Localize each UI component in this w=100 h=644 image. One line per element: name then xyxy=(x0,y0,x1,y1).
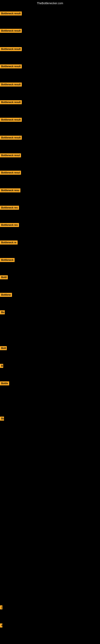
bottleneck-badge-14[interactable]: Bottleneck re xyxy=(0,240,18,244)
bottleneck-badge-12[interactable]: Bottleneck res xyxy=(0,206,19,210)
bottleneck-badge-2[interactable]: Bottleneck result xyxy=(0,29,22,33)
bottleneck-badge-15[interactable]: Bottleneck xyxy=(0,258,15,262)
bottleneck-badge-5[interactable]: Bottleneck result xyxy=(0,82,22,86)
bottleneck-badge-3[interactable]: Bottleneck result xyxy=(0,47,22,51)
bottleneck-badge-7[interactable]: Bottleneck result xyxy=(0,118,22,122)
bottleneck-badge-18[interactable]: Bo xyxy=(0,310,5,314)
bottleneck-badge-20[interactable]: B xyxy=(0,364,3,368)
bottleneck-badge-17[interactable]: Bottlene xyxy=(0,293,12,297)
site-title: TheBottlenecker.com xyxy=(0,0,100,6)
bottleneck-badge-24[interactable]: # xyxy=(0,624,2,628)
bottleneck-badge-1[interactable]: Bottleneck result xyxy=(0,12,22,16)
bottleneck-badge-11[interactable]: Bottleneck resu xyxy=(0,188,20,192)
bottleneck-badge-4[interactable]: Bottleneck result xyxy=(0,64,22,68)
bottleneck-badge-23[interactable]: | xyxy=(0,605,2,610)
bottleneck-badge-19[interactable]: Bott xyxy=(0,346,7,350)
bottleneck-badge-10[interactable]: Bottleneck resul xyxy=(0,171,21,175)
page-container: TheBottlenecker.com Bottleneck resultBot… xyxy=(0,0,100,644)
bottleneck-badge-16[interactable]: Bottl xyxy=(0,275,8,279)
bottleneck-badge-9[interactable]: Bottleneck resul xyxy=(0,153,21,158)
bottleneck-badge-22[interactable]: Bo xyxy=(0,416,4,420)
bottleneck-badge-8[interactable]: Bottleneck result xyxy=(0,136,22,140)
bottleneck-badge-6[interactable]: Bottleneck result xyxy=(0,100,22,104)
bottleneck-badge-21[interactable]: Bottle xyxy=(0,381,9,386)
bottleneck-badge-13[interactable]: Bottleneck res xyxy=(0,223,19,227)
